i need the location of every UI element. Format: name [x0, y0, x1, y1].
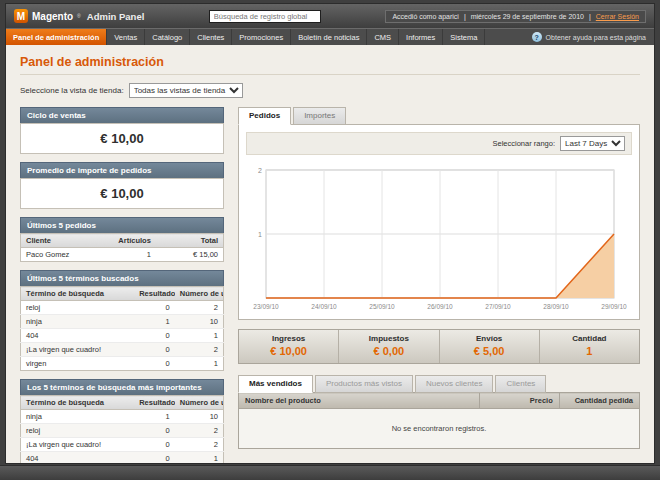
global-search-input[interactable] — [209, 10, 321, 23]
lifetime-sales-value: € 10,00 — [20, 123, 224, 154]
search-term-row[interactable]: reloj 0 2 — [21, 301, 224, 315]
store-switcher-label: Seleccione la vista de tienda: — [20, 86, 124, 95]
tab-clientes[interactable]: Clientes — [495, 375, 546, 393]
average-orders-card: Promedio de importe de pedidos € 10,00 — [20, 162, 224, 209]
tab-importes[interactable]: Importes — [293, 107, 346, 125]
column-header: Cantidad pedida — [559, 393, 639, 409]
brand: M Magento ® Admin Panel — [14, 9, 144, 23]
main-nav: Panel de administración Ventas Catálogo … — [6, 28, 654, 45]
column-header: Precio — [479, 393, 559, 409]
help-icon: ? — [532, 32, 542, 42]
lifetime-sales-card: Ciclo de ventas € 10,00 — [20, 107, 224, 154]
last-orders-title: Últimos 5 pedidos — [20, 217, 224, 233]
separator: | — [464, 13, 466, 20]
chart-panel: Seleccionar rango: Last 7 Days 1223/09/1… — [238, 124, 640, 320]
brand-name: Magento — [32, 11, 73, 22]
top-search-terms-title: Los 5 términos de búsqueda más important… — [20, 379, 224, 395]
nav-item-informes[interactable]: Informes — [399, 29, 443, 45]
logout-link[interactable]: Cerrar Sesión — [596, 13, 639, 20]
average-orders-value: € 10,00 — [20, 178, 224, 209]
nav-item-promociones[interactable]: Promociones — [232, 29, 291, 45]
last-search-terms-table: Término de búsqueda Resultados Número de… — [20, 286, 224, 371]
dashboard-columns: Ciclo de ventas € 10,00 Promedio de impo… — [20, 107, 640, 463]
tab-pedidos[interactable]: Pedidos — [238, 107, 291, 125]
search-term-row[interactable]: ninja 1 10 — [21, 410, 224, 424]
totals-bar: Ingresos € 10,00 Impuestos € 0,00 Envíos… — [238, 329, 640, 364]
stat-impuestos: Impuestos € 0,00 — [338, 330, 438, 363]
help-link[interactable]: ? Obtener ayuda para esta página — [524, 29, 654, 45]
logged-in-label: Accedió como aparici — [392, 13, 459, 20]
trademark-mark: ® — [77, 13, 81, 19]
separator: | — [589, 13, 591, 20]
last-orders-card: Últimos 5 pedidos Cliente Artículos Tota… — [20, 217, 224, 262]
orders-chart: 1223/09/1024/09/1025/09/1026/09/1027/09/… — [248, 162, 630, 312]
admin-window: M Magento ® Admin Panel Accedió como apa… — [5, 3, 655, 464]
nav-item-catalogo[interactable]: Catálogo — [145, 29, 190, 45]
orders-chart-svg: 1223/09/1024/09/1025/09/1026/09/1027/09/… — [248, 162, 630, 312]
search-term-row[interactable]: 404 0 1 — [21, 452, 224, 464]
diagram-tabs: Pedidos Importes — [238, 107, 640, 125]
tab-nuevos-clientes[interactable]: Nuevos clientes — [415, 375, 493, 393]
column-header: Término de búsqueda — [21, 287, 135, 301]
average-orders-title: Promedio de importe de pedidos — [20, 162, 224, 178]
magento-logo-icon: M — [14, 9, 28, 23]
session-info: Accedió como aparici | miércoles 29 de s… — [385, 10, 646, 23]
lifetime-sales-title: Ciclo de ventas — [20, 107, 224, 123]
last-search-terms-title: Últimos 5 términos buscados — [20, 270, 224, 286]
stat-envios: Envíos € 5,00 — [439, 330, 539, 363]
store-switcher: Seleccione la vista de tienda: Todas las… — [20, 83, 640, 98]
range-bar: Seleccionar rango: Last 7 Days — [246, 132, 632, 155]
nav-item-cms[interactable]: CMS — [367, 29, 399, 45]
nav-item-ventas[interactable]: Ventas — [107, 29, 145, 45]
product-name: Admin Panel — [87, 11, 145, 22]
column-header: Término de búsqueda — [21, 396, 135, 410]
dashboard-main: Pedidos Importes Seleccionar rango: Last… — [238, 107, 640, 449]
nav-item-clientes[interactable]: Clientes — [190, 29, 232, 45]
column-header: Nombre del producto — [239, 393, 480, 409]
svg-text:1: 1 — [258, 231, 262, 238]
column-header: Cliente — [21, 234, 89, 248]
svg-text:2: 2 — [258, 167, 262, 174]
range-select[interactable]: Last 7 Days — [560, 136, 625, 151]
column-header: Artículos — [88, 234, 156, 248]
svg-text:26/09/10: 26/09/10 — [427, 303, 453, 310]
grid-tabs: Más vendidos Productos más vistos Nuevos… — [238, 375, 640, 393]
last-search-terms-card: Últimos 5 términos buscados Término de b… — [20, 270, 224, 371]
svg-text:29/09/10: 29/09/10 — [601, 303, 627, 310]
window-bottom-edge — [0, 465, 660, 480]
empty-message: No se encontraron registros. — [239, 409, 640, 449]
search-term-row[interactable]: reloj 0 2 — [21, 424, 224, 438]
stat-cantidad: Cantidad 1 — [539, 330, 639, 363]
column-header: Resultados — [134, 287, 175, 301]
search-term-row[interactable]: ¡La virgen que cuadro! 0 2 — [21, 438, 224, 452]
date-label: miércoles 29 de septiembre de 2010 — [471, 13, 584, 20]
help-label: Obtener ayuda para esta página — [546, 34, 646, 41]
top-search-terms-card: Los 5 términos de búsqueda más important… — [20, 379, 224, 463]
last-orders-table: Cliente Artículos Total Paco Gomez 1 € 1… — [20, 233, 224, 262]
tab-productos-mas-vistos[interactable]: Productos más vistos — [315, 375, 413, 393]
column-header: Resultados — [134, 396, 175, 410]
top-search-terms-table: Término de búsqueda Resultados Número de… — [20, 395, 224, 463]
column-header: Total — [156, 234, 224, 248]
dashboard-left-column: Ciclo de ventas € 10,00 Promedio de impo… — [20, 107, 224, 463]
nav-item-sistema[interactable]: Sistema — [443, 29, 485, 45]
search-term-row[interactable]: 404 0 1 — [21, 329, 224, 343]
order-row[interactable]: Paco Gomez 1 € 15,00 — [21, 248, 224, 262]
search-term-row[interactable]: virgen 0 1 — [21, 357, 224, 371]
svg-text:25/09/10: 25/09/10 — [369, 303, 395, 310]
store-view-select[interactable]: Todas las vistas de tienda — [129, 83, 243, 98]
title-divider — [20, 74, 640, 75]
empty-row: No se encontraron registros. — [239, 409, 640, 449]
svg-text:27/09/10: 27/09/10 — [485, 303, 511, 310]
tab-mas-vendidos[interactable]: Más vendidos — [238, 375, 313, 393]
top-header: M Magento ® Admin Panel Accedió como apa… — [6, 4, 654, 28]
svg-text:23/09/10: 23/09/10 — [253, 303, 279, 310]
column-header: Número de usos — [175, 396, 224, 410]
search-term-row[interactable]: ¡La virgen que cuadro! 0 2 — [21, 343, 224, 357]
page-title: Panel de administración — [20, 55, 640, 69]
search-term-row[interactable]: ninja 1 10 — [21, 315, 224, 329]
nav-item-boletin[interactable]: Boletín de noticias — [291, 29, 367, 45]
nav-item-dashboard[interactable]: Panel de administración — [6, 29, 107, 45]
bestsellers-table: Nombre del producto Precio Cantidad pedi… — [238, 392, 640, 449]
column-header: Número de usos — [175, 287, 224, 301]
